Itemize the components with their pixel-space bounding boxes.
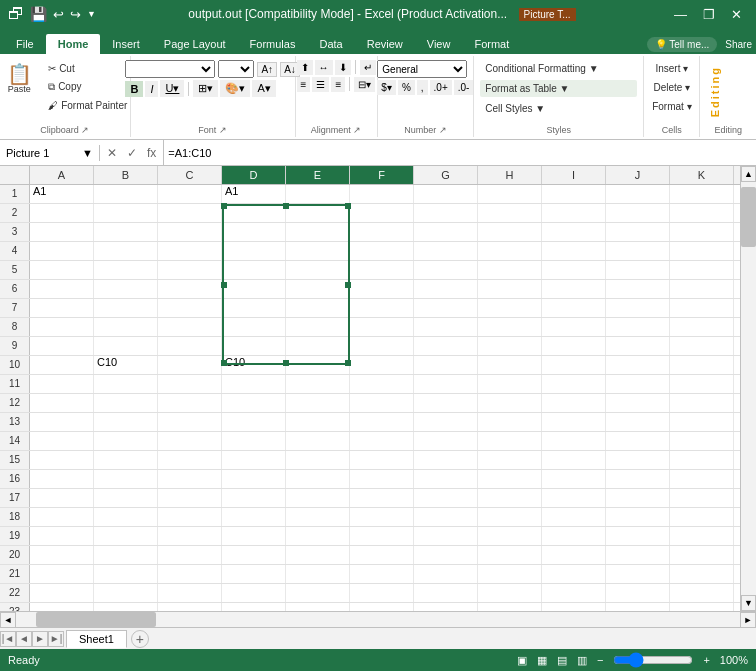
cell[interactable] (94, 204, 158, 222)
cell[interactable] (286, 261, 350, 279)
conditional-formatting-button[interactable]: Conditional Formatting ▼ (480, 60, 637, 77)
font-color-button[interactable]: A▾ (252, 80, 275, 97)
cell-A1[interactable]: A1 (30, 185, 94, 203)
tell-me-box[interactable]: 💡 Tell me... (647, 37, 718, 52)
cell[interactable] (158, 280, 222, 298)
cell-K10[interactable] (670, 356, 734, 374)
align-right-button[interactable]: ≡ (331, 77, 345, 92)
cell[interactable] (222, 318, 286, 336)
underline-button[interactable]: U▾ (160, 80, 184, 97)
page-layout-icon[interactable]: ▤ (557, 654, 567, 667)
name-box-arrow[interactable]: ▼ (82, 147, 93, 159)
cell[interactable] (222, 299, 286, 317)
cell[interactable] (606, 261, 670, 279)
cell[interactable] (30, 299, 94, 317)
cell[interactable] (478, 337, 542, 355)
font-family-select[interactable] (125, 60, 215, 78)
v-scroll-track[interactable] (741, 182, 756, 595)
formula-input[interactable] (164, 145, 756, 161)
sheet-tab-sheet1[interactable]: Sheet1 (66, 630, 127, 648)
cell[interactable] (30, 337, 94, 355)
cell-styles-button[interactable]: Cell Styles ▼ (480, 100, 637, 117)
cell[interactable] (478, 318, 542, 336)
cell-E1[interactable] (286, 185, 350, 203)
cell[interactable] (542, 223, 606, 241)
cell[interactable] (286, 280, 350, 298)
cell-B10[interactable]: C10 (94, 356, 158, 374)
save-icon[interactable]: 💾 (30, 6, 47, 22)
cell[interactable] (158, 223, 222, 241)
cell[interactable] (670, 242, 734, 260)
align-bottom-button[interactable]: ⬇ (335, 60, 351, 75)
tab-formulas[interactable]: Formulas (238, 34, 308, 54)
cell[interactable] (478, 299, 542, 317)
cell-J10[interactable] (606, 356, 670, 374)
v-scroll-thumb[interactable] (741, 187, 756, 247)
align-top-button[interactable]: ⬆ (297, 60, 313, 75)
col-header-E[interactable]: E (286, 166, 350, 184)
cell-B1[interactable] (94, 185, 158, 203)
cell[interactable] (606, 242, 670, 260)
cell-F1[interactable] (350, 185, 414, 203)
formula-confirm[interactable]: ✓ (124, 145, 140, 161)
cell[interactable] (350, 261, 414, 279)
cell-E10[interactable] (286, 356, 350, 374)
cell[interactable] (30, 280, 94, 298)
cell-K1[interactable] (670, 185, 734, 203)
restore-button[interactable]: ❐ (697, 5, 721, 24)
undo-icon[interactable]: ↩ (53, 7, 64, 22)
cell-D10[interactable]: C10 (222, 356, 286, 374)
cell-I10[interactable] (542, 356, 606, 374)
add-sheet-button[interactable]: + (131, 630, 149, 648)
cell-J1[interactable] (606, 185, 670, 203)
cell[interactable] (222, 242, 286, 260)
cell[interactable] (670, 204, 734, 222)
align-middle-button[interactable]: ↔ (315, 60, 333, 75)
cell-G10[interactable] (414, 356, 478, 374)
cell[interactable] (670, 280, 734, 298)
paste-button[interactable]: 📋 Paste (0, 60, 41, 98)
scroll-right-button[interactable]: ► (740, 612, 756, 628)
h-scroll-track[interactable] (16, 612, 740, 627)
cell-D1[interactable]: A1 (222, 185, 286, 203)
cell-C10[interactable] (158, 356, 222, 374)
cell[interactable] (286, 223, 350, 241)
cell[interactable] (158, 299, 222, 317)
cell-G1[interactable] (414, 185, 478, 203)
wrap-text-button[interactable]: ↵ (360, 60, 376, 75)
sheet-nav-last[interactable]: ►| (48, 631, 64, 647)
scroll-up-button[interactable]: ▲ (741, 166, 756, 182)
cell[interactable] (350, 242, 414, 260)
cell[interactable] (30, 223, 94, 241)
cell[interactable] (94, 261, 158, 279)
quick-access-arrow[interactable]: ▼ (87, 9, 96, 19)
tab-view[interactable]: View (415, 34, 463, 54)
normal-view-icon[interactable]: ▦ (537, 654, 547, 667)
h-scroll-thumb[interactable] (36, 612, 156, 627)
cell[interactable] (350, 223, 414, 241)
cell[interactable] (94, 280, 158, 298)
cell[interactable] (414, 261, 478, 279)
scroll-down-button[interactable]: ▼ (741, 595, 756, 611)
cell[interactable] (606, 318, 670, 336)
cell[interactable] (478, 242, 542, 260)
cell[interactable] (542, 242, 606, 260)
page-break-icon[interactable]: ▥ (577, 654, 587, 667)
cell[interactable] (414, 223, 478, 241)
col-header-H[interactable]: H (478, 166, 542, 184)
cell[interactable] (350, 280, 414, 298)
cell[interactable] (414, 318, 478, 336)
cell-mode-icon[interactable]: ▣ (517, 654, 527, 667)
col-header-C[interactable]: C (158, 166, 222, 184)
col-header-K[interactable]: K (670, 166, 734, 184)
cell[interactable] (222, 223, 286, 241)
cell[interactable] (414, 280, 478, 298)
cell-C1[interactable] (158, 185, 222, 203)
insert-function[interactable]: fx (144, 145, 159, 161)
cell[interactable] (478, 204, 542, 222)
cell[interactable] (350, 204, 414, 222)
share-button[interactable]: Share (725, 39, 752, 50)
cell[interactable] (222, 261, 286, 279)
cell[interactable] (222, 337, 286, 355)
cell[interactable] (670, 261, 734, 279)
